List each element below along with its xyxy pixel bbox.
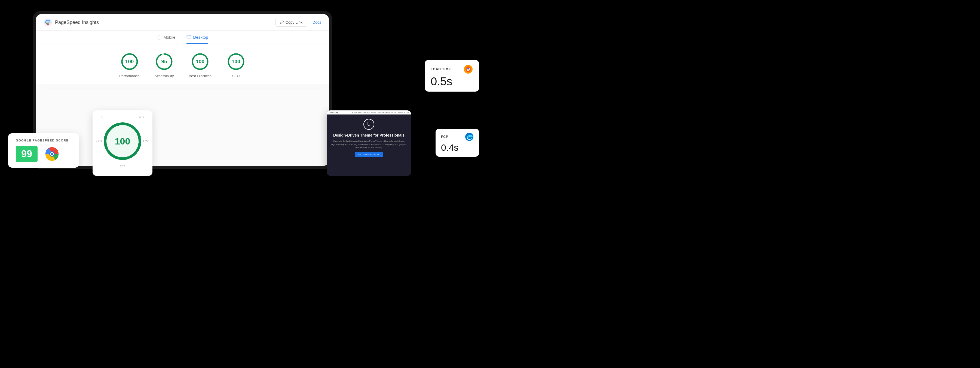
fcp-value: 0.4s (441, 142, 474, 153)
edge-icon (465, 133, 474, 141)
website-content: U Design-Driven Theme for Professionals … (327, 115, 411, 162)
tab-mobile[interactable]: Mobile (156, 35, 175, 43)
load-time-label: LOAD TIME (431, 67, 451, 71)
gauge-card: SI FCP CLS LCP 100 TBT (92, 110, 153, 176)
gauge-container: SI FCP CLS LCP 100 TBT (100, 116, 145, 168)
tab-desktop[interactable]: Desktop (186, 35, 208, 43)
mobile-icon (156, 35, 161, 40)
pagespeed-score-card: GOOGLE PAGESPEED SCORE 99 (8, 133, 79, 168)
pagespeed-score-content: 99 (16, 146, 71, 162)
svg-rect-4 (187, 35, 191, 38)
fcp-header: FCP (441, 133, 474, 141)
load-time-value: 0.5s (431, 76, 473, 87)
score-best-practices: 100 Best Practices (189, 52, 212, 78)
score-value-seo: 100 (232, 59, 240, 65)
site-logo-mark: U (363, 119, 374, 130)
site-cta[interactable]: GET STARTED NOW (355, 152, 383, 157)
score-accessibility: 95 Accessibility (154, 52, 174, 78)
score-label-performance: Performance (119, 74, 139, 78)
psi-logo: PageSpeed Insights (43, 18, 99, 27)
psi-logo-text: PageSpeed Insights (55, 20, 99, 26)
device-screen: PageSpeed Insights Copy Link Docs (36, 14, 329, 166)
gauge-label-lcp: LCP (143, 140, 149, 143)
desktop-icon (186, 35, 191, 40)
copy-link-label: Copy Link (286, 20, 302, 24)
psi-header: PageSpeed Insights Copy Link Docs (36, 14, 329, 31)
score-circle-best-practices: 100 (191, 52, 210, 71)
firefox-icon (463, 64, 473, 74)
chrome-icon (45, 147, 59, 161)
load-time-header: LOAD TIME (431, 64, 473, 74)
gauge-label-cls: CLS (96, 140, 102, 143)
score-performance: 100 Performance (119, 52, 139, 78)
gauge-label-tbt: TBT (120, 165, 125, 168)
tabs-container: Mobile Desktop (36, 31, 329, 44)
svg-point-1 (47, 23, 49, 25)
tab-desktop-label: Desktop (193, 35, 208, 40)
psi-bottom-area (36, 84, 329, 166)
pagespeed-score-badge: 99 (16, 146, 38, 162)
score-label-accessibility: Accessibility (154, 74, 174, 78)
docs-link[interactable]: Docs (312, 20, 321, 24)
copy-link-button[interactable]: Copy Link (275, 18, 307, 27)
score-label-best-practices: Best Practices (189, 74, 212, 78)
score-seo: 100 SEO (226, 52, 245, 78)
score-label-seo: SEO (232, 74, 240, 78)
site-heading: Design-Driven Theme for Professionals (331, 133, 407, 138)
gauge-visual: CLS LCP 100 (101, 119, 144, 163)
svg-point-23 (51, 153, 53, 155)
score-value-best-practices: 100 (196, 59, 204, 65)
load-time-card: LOAD TIME 0.5s (425, 60, 479, 91)
website-nav: UNICON HOME FEATURES ELEMENTS PAGES PORT… (327, 110, 411, 115)
gauge-label-si: SI (101, 116, 103, 119)
site-brand-nav: UNICON (329, 112, 338, 114)
bottom-divider (44, 89, 321, 89)
score-circle-performance: 100 (120, 52, 139, 71)
score-circle-seo: 100 (226, 52, 245, 71)
pagespeed-logo-icon (43, 18, 52, 27)
website-preview-card: UNICON HOME FEATURES ELEMENTS PAGES PORT… (327, 110, 411, 176)
header-actions: Copy Link Docs (275, 18, 321, 27)
gauge-label-fcp: FCP (139, 116, 144, 119)
svg-point-18 (468, 68, 469, 69)
scores-section: 100 Performance 95 Accessibility (36, 44, 329, 84)
svg-rect-2 (158, 35, 160, 39)
score-circle-accessibility: 95 (154, 52, 174, 71)
fcp-card: FCP 0.4s (436, 129, 479, 157)
pagespeed-score-label: GOOGLE PAGESPEED SCORE (16, 139, 71, 142)
tab-mobile-label: Mobile (163, 35, 175, 40)
site-subtext: Unicon is the first design-driven WordPr… (331, 139, 407, 149)
score-value-accessibility: 95 (161, 59, 167, 65)
nav-links: HOME FEATURES ELEMENTS PAGES PORTFOLIO S… (352, 112, 409, 114)
gauge-center-value: 100 (115, 136, 130, 147)
fcp-label: FCP (441, 135, 449, 139)
link-icon (280, 21, 284, 24)
score-value-performance: 100 (125, 59, 134, 65)
